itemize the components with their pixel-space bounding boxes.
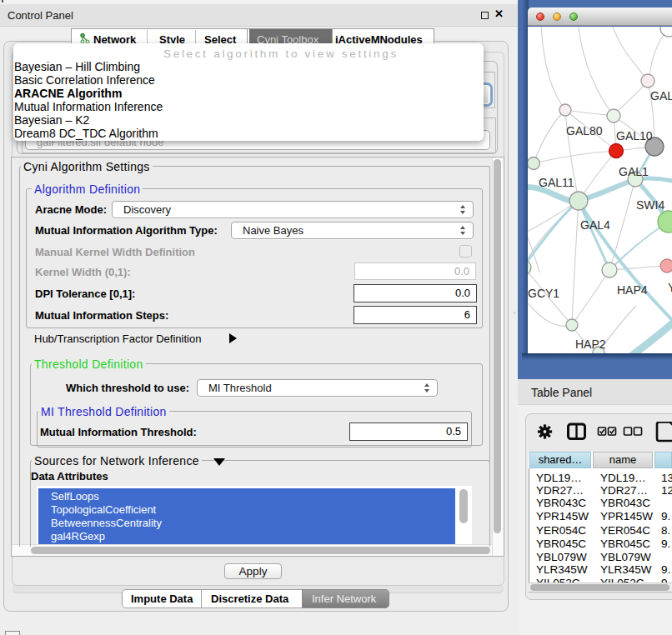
- svg-text:GCY1: GCY1: [528, 287, 559, 300]
- svg-text:GAL80: GAL80: [566, 124, 603, 138]
- svg-text:GAL10: GAL10: [616, 129, 653, 142]
- svg-text:YEL: YEL: [668, 281, 672, 294]
- svg-text:GAL4: GAL4: [580, 218, 610, 232]
- svg-text:SWI4: SWI4: [636, 198, 664, 212]
- svg-text:GAL1: GAL1: [619, 165, 649, 178]
- svg-text:HAP4: HAP4: [617, 283, 648, 297]
- svg-text:HAP2: HAP2: [575, 338, 606, 351]
- svg-text:GAL2: GAL2: [650, 89, 672, 102]
- svg-text:GAL11: GAL11: [539, 176, 574, 189]
